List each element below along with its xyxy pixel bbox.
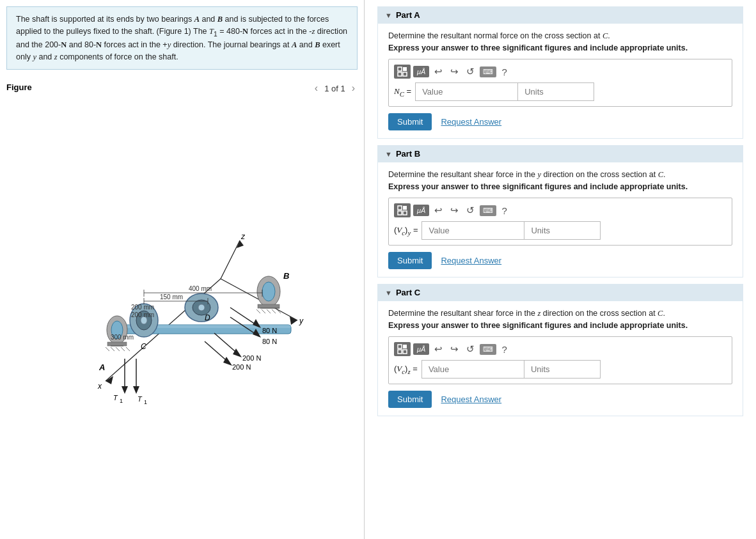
part-b-units-input[interactable] (524, 221, 601, 240)
part-b-value-input[interactable] (421, 221, 524, 240)
svg-rect-80 (398, 350, 402, 354)
svg-text:300 mm: 300 mm (111, 334, 134, 341)
left-panel: The shaft is supported at its ends by tw… (0, 0, 365, 539)
next-page-button[interactable]: › (349, 81, 358, 95)
svg-text:80 N: 80 N (262, 327, 277, 334)
part-a-description: Determine the resultant normal force on … (388, 31, 732, 41)
part-b-section: ▼ Part B Determine the resultant shear f… (377, 145, 743, 277)
figure-diagram: z y x (6, 102, 358, 526)
svg-rect-77 (403, 211, 407, 215)
part-a-section: ▼ Part A Determine the resultant normal … (377, 6, 743, 139)
svg-rect-75 (403, 206, 407, 210)
svg-text:B: B (283, 271, 289, 281)
svg-text:T: T (113, 394, 118, 402)
part-c-label: Part C (396, 288, 420, 297)
part-b-request-answer-button[interactable]: Request Answer (441, 256, 501, 265)
part-b-chevron: ▼ (385, 150, 392, 158)
page-indicator: 1 of 1 (324, 84, 345, 93)
part-c-content: Determine the resultant shear force in t… (377, 301, 743, 416)
svg-line-19 (126, 347, 130, 351)
svg-marker-4 (290, 316, 297, 325)
svg-line-0 (221, 240, 240, 279)
part-c-units-input[interactable] (524, 360, 601, 379)
part-c-input-row: (Vc)z = (394, 360, 727, 379)
part-c-instruction: Express your answer to three significant… (388, 321, 732, 330)
part-a-value-input[interactable] (415, 82, 517, 101)
svg-text:T: T (138, 395, 143, 403)
svg-line-26 (262, 309, 265, 313)
undo-button-b[interactable]: ↩ (432, 203, 445, 217)
svg-text:80 N: 80 N (262, 338, 277, 345)
svg-text:200 N: 200 N (242, 354, 261, 362)
part-b-description: Determine the resultant shear force in t… (388, 170, 732, 180)
part-b-equation-box: μÅ ↩ ↪ ↺ ⌨ ? (Vc)y = (388, 198, 732, 246)
undo-button-a[interactable]: ↩ (432, 65, 445, 79)
svg-text:x: x (97, 382, 102, 391)
mu-button-b[interactable]: μÅ (413, 205, 429, 216)
part-b-input-row: (Vc)y = (394, 221, 727, 240)
svg-marker-40 (122, 386, 128, 394)
mu-button-a[interactable]: μÅ (413, 66, 429, 77)
svg-text:200 N: 200 N (232, 363, 251, 371)
prev-page-button[interactable]: ‹ (312, 81, 320, 95)
svg-rect-73 (403, 72, 407, 76)
matrix-button-c[interactable] (394, 342, 411, 356)
redo-button-c[interactable]: ↪ (448, 342, 461, 356)
svg-text:D: D (205, 313, 210, 322)
refresh-button-c[interactable]: ↺ (464, 342, 477, 356)
svg-line-17 (116, 347, 120, 351)
svg-point-22 (262, 282, 275, 301)
part-b-actions: Submit Request Answer (388, 252, 732, 269)
svg-rect-13 (107, 342, 127, 346)
part-b-submit-button[interactable]: Submit (388, 252, 432, 269)
undo-button-c[interactable]: ↩ (432, 342, 445, 356)
svg-text:200 mm: 200 mm (131, 304, 154, 311)
redo-button-b[interactable]: ↪ (448, 203, 461, 217)
svg-rect-78 (398, 345, 402, 348)
svg-text:400 mm: 400 mm (189, 285, 212, 292)
refresh-button-b[interactable]: ↺ (464, 203, 477, 217)
part-c-value-input[interactable] (421, 360, 524, 379)
svg-rect-23 (258, 304, 280, 308)
matrix-button-a[interactable] (394, 65, 411, 79)
part-a-label: Part A (396, 10, 420, 20)
part-b-toolbar: μÅ ↩ ↪ ↺ ⌨ ? (394, 203, 727, 217)
part-c-request-answer-button[interactable]: Request Answer (441, 394, 501, 404)
matrix-button-b[interactable] (394, 203, 411, 217)
redo-button-a[interactable]: ↪ (448, 65, 461, 79)
svg-line-16 (111, 347, 114, 351)
help-button-b[interactable]: ? (499, 204, 509, 217)
refresh-button-a[interactable]: ↺ (464, 65, 477, 79)
part-a-submit-button[interactable]: Submit (388, 113, 432, 130)
part-c-header[interactable]: ▼ Part C (377, 284, 743, 301)
svg-marker-68 (223, 357, 232, 366)
part-a-units-input[interactable] (517, 82, 594, 101)
help-button-c[interactable]: ? (499, 343, 509, 356)
part-a-request-answer-button[interactable]: Request Answer (441, 117, 501, 127)
svg-text:C: C (141, 342, 146, 351)
part-a-actions: Submit Request Answer (388, 113, 732, 130)
part-b-eq-label: (Vc)y = (394, 225, 418, 237)
problem-statement: The shaft is supported at its ends by tw… (6, 6, 358, 70)
mu-button-c[interactable]: μÅ (413, 343, 429, 355)
part-a-chevron: ▼ (385, 12, 392, 19)
figure-nav: ‹ 1 of 1 › (312, 81, 358, 95)
part-a-header[interactable]: ▼ Part A (377, 6, 743, 24)
help-button-a[interactable]: ? (499, 65, 509, 79)
part-b-instruction: Express your answer to three significant… (388, 182, 732, 191)
part-c-submit-button[interactable]: Submit (388, 391, 432, 408)
part-c-toolbar: μÅ ↩ ↪ ↺ ⌨ ? (394, 342, 727, 356)
svg-marker-65 (233, 348, 242, 357)
part-c-section: ▼ Part C Determine the resultant shear f… (377, 284, 743, 416)
keyboard-button-b[interactable]: ⌨ (480, 205, 496, 216)
svg-marker-44 (133, 386, 139, 394)
part-a-eq-label: NC = (394, 86, 411, 98)
part-a-instruction: Express your answer to three significant… (388, 43, 732, 52)
keyboard-button-c[interactable]: ⌨ (480, 344, 496, 355)
svg-text:200 mm: 200 mm (131, 311, 154, 318)
part-b-header[interactable]: ▼ Part B (377, 145, 743, 162)
keyboard-button-a[interactable]: ⌨ (480, 66, 496, 77)
svg-point-37 (198, 304, 205, 311)
svg-line-27 (267, 309, 271, 313)
svg-rect-79 (403, 345, 407, 348)
